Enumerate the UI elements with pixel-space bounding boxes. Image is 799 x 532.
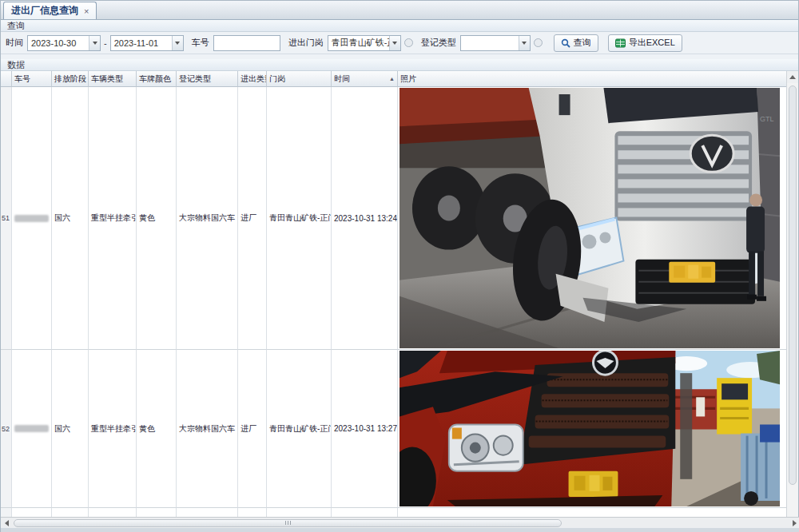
tab-bar: 进出厂信息查询 × xyxy=(1,1,798,20)
col-plate[interactable]: 车号 xyxy=(12,71,52,87)
gate-value: 青田青山矿铁-正门 xyxy=(328,36,389,50)
cell-plate xyxy=(12,350,52,508)
chevron-down-icon[interactable] xyxy=(172,36,183,50)
date-to-picker[interactable]: 2023-11-01 xyxy=(110,35,184,51)
cell-gate: 青田青山矿铁-正门 xyxy=(267,87,332,350)
tab-close-icon[interactable]: × xyxy=(84,6,89,16)
col-emission[interactable]: 排放阶段 xyxy=(52,71,89,87)
col-row-number xyxy=(1,71,12,87)
search-icon xyxy=(561,38,570,48)
date-from-picker[interactable]: 2023-10-30 xyxy=(27,35,101,51)
table-row[interactable]: 51 国六 重型半挂牵引车 黄色 大宗物料国六车 进厂 青田青山矿铁-正门 20… xyxy=(1,87,788,350)
time-label: 时间 xyxy=(6,37,23,49)
export-excel-button[interactable]: 导出EXCEL xyxy=(608,34,682,52)
cell-inout-type: 进厂 xyxy=(238,87,267,350)
table-header-row: 车号 排放阶段 车辆类型 车牌颜色 登记类型 进出类型 门岗 时间 ▲ 照片 xyxy=(1,71,788,87)
cell-photo[interactable] xyxy=(398,350,788,508)
status-strip xyxy=(1,528,799,532)
query-section-header: 查询 xyxy=(1,20,798,32)
cell-time: 2023-10-31 13:27:40 xyxy=(332,350,398,508)
row-number: 52 xyxy=(1,350,12,508)
scroll-left-icon[interactable] xyxy=(1,518,12,529)
col-photo[interactable]: 照片 xyxy=(398,71,788,87)
col-plate-color[interactable]: 车牌颜色 xyxy=(137,71,177,87)
plate-input[interactable] xyxy=(213,35,280,51)
date-to-value: 2023-11-01 xyxy=(111,36,172,50)
date-from-value: 2023-10-30 xyxy=(28,36,89,50)
cell-plate-color: 黄色 xyxy=(137,87,177,350)
cell-reg-type: 大宗物料国六车 xyxy=(177,87,238,350)
cell-vehicle-type: 重型半挂牵引车 xyxy=(89,350,137,508)
col-time[interactable]: 时间 ▲ xyxy=(332,71,398,87)
cell-reg-type: 大宗物料国六车 xyxy=(177,350,238,508)
data-section-header: 数据 xyxy=(1,59,798,71)
vertical-scrollbar[interactable] xyxy=(786,71,798,517)
col-reg-type[interactable]: 登记类型 xyxy=(177,71,238,87)
search-button-label: 查询 xyxy=(574,37,591,49)
cell-emission: 国六 xyxy=(52,87,89,350)
row-number: 51 xyxy=(1,87,12,350)
col-time-label: 时间 xyxy=(334,73,350,85)
truck-photo-silver-foton: GTL xyxy=(400,88,780,348)
excel-icon xyxy=(615,38,626,48)
clear-icon[interactable] xyxy=(404,38,413,47)
chevron-down-icon[interactable] xyxy=(519,36,530,50)
app-window: 进出厂信息查询 × 查询 时间 2023-10-30 - 2023-11-01 … xyxy=(0,0,799,532)
gate-label: 进出门岗 xyxy=(288,37,324,49)
truck-badge-text: GTL xyxy=(760,115,773,123)
redacted-plate xyxy=(14,425,49,432)
gate-select[interactable]: 青田青山矿铁-正门 xyxy=(328,35,401,51)
search-button[interactable]: 查询 xyxy=(554,34,598,52)
chevron-down-icon[interactable] xyxy=(389,36,400,50)
cell-photo[interactable]: GTL xyxy=(398,87,788,350)
col-inout-type[interactable]: 进出类型 xyxy=(238,71,267,87)
reg-type-value xyxy=(461,36,519,50)
cell-emission: 国六 xyxy=(52,350,89,508)
tab-title: 进出厂信息查询 xyxy=(11,4,78,18)
query-toolbar: 时间 2023-10-30 - 2023-11-01 车号 进出门岗 青田青山矿… xyxy=(1,32,798,54)
vertical-scroll-thumb[interactable] xyxy=(789,85,797,485)
horizontal-scrollbar[interactable] xyxy=(1,517,799,528)
col-vehicle-type[interactable]: 车辆类型 xyxy=(89,71,137,87)
date-range-separator: - xyxy=(104,38,107,48)
tab-entry-exit-query[interactable]: 进出厂信息查询 × xyxy=(3,2,97,19)
redacted-plate xyxy=(14,215,49,222)
cell-time: 2023-10-31 13:24:47 xyxy=(332,87,398,350)
chevron-down-icon[interactable] xyxy=(89,36,100,50)
plate-label: 车号 xyxy=(192,37,209,49)
export-button-label: 导出EXCEL xyxy=(629,37,675,49)
reg-type-label: 登记类型 xyxy=(421,37,456,49)
results-table: 车号 排放阶段 车辆类型 车牌颜色 登记类型 进出类型 门岗 时间 ▲ 照片 5… xyxy=(1,71,788,517)
col-gate[interactable]: 门岗 xyxy=(267,71,332,87)
reg-type-select[interactable] xyxy=(460,35,531,51)
cell-inout-type: 进厂 xyxy=(238,350,267,508)
empty-table-row xyxy=(1,508,788,517)
scroll-right-icon[interactable] xyxy=(789,518,799,529)
scroll-up-icon[interactable] xyxy=(787,71,798,83)
truck-photo-red-faw xyxy=(400,351,780,506)
cell-plate xyxy=(12,87,52,350)
table-row[interactable]: 52 国六 重型半挂牵引车 黄色 大宗物料国六车 进厂 青田青山矿铁-正门 20… xyxy=(1,350,788,508)
cell-gate: 青田青山矿铁-正门 xyxy=(267,350,332,508)
cell-plate-color: 黄色 xyxy=(137,350,177,508)
cell-vehicle-type: 重型半挂牵引车 xyxy=(89,87,137,350)
horizontal-scroll-thumb[interactable] xyxy=(14,519,562,527)
clear-icon[interactable] xyxy=(534,38,543,47)
sort-asc-icon: ▲ xyxy=(389,76,395,81)
